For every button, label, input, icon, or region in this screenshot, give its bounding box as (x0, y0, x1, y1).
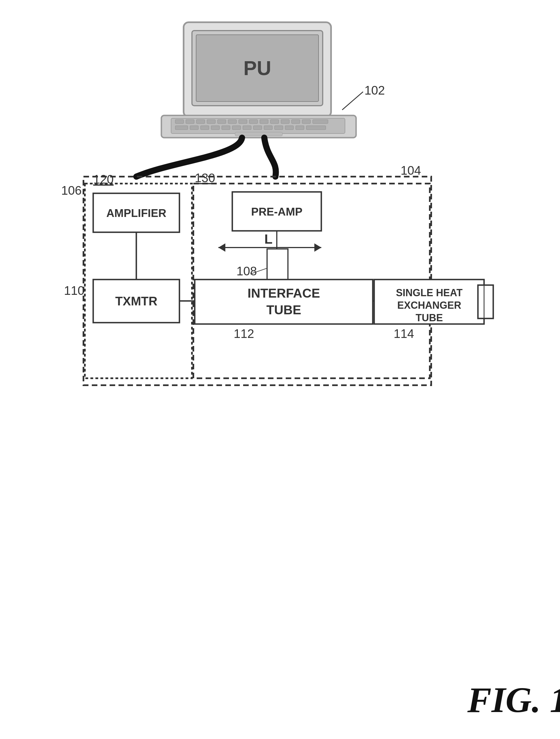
ref-120-label: 120 (93, 172, 114, 186)
svg-rect-30 (296, 126, 304, 130)
svg-rect-21 (200, 126, 209, 130)
ref-112-label: 112 (234, 327, 254, 340)
txmtr-label: TXMTR (115, 294, 157, 308)
svg-rect-29 (285, 126, 293, 130)
svg-rect-7 (196, 120, 205, 124)
fig-label: FIG. 1 (467, 680, 560, 720)
svg-rect-5 (175, 120, 184, 124)
svg-rect-22 (211, 126, 220, 130)
svg-rect-9 (218, 120, 226, 124)
heat-exchanger-label-2: EXCHANGER (397, 300, 461, 311)
svg-rect-20 (190, 126, 198, 130)
ref-106-label: 106 (61, 183, 82, 197)
amplifier-label: AMPLIFIER (106, 207, 166, 219)
l-label: L (264, 232, 272, 247)
svg-rect-8 (207, 120, 215, 124)
svg-rect-25 (243, 126, 251, 130)
svg-rect-27 (264, 126, 272, 130)
diagram-svg: PU 102 104 106 130 AMPLIFIER 120 (0, 0, 560, 739)
svg-rect-12 (249, 120, 258, 124)
heat-exchanger-label-3: TUBE (416, 312, 443, 323)
ref-104-label: 104 (401, 164, 421, 177)
interface-tube-label-2: TUBE (266, 303, 301, 317)
svg-rect-51 (478, 285, 493, 318)
interface-tube-label-1: INTERFACE (248, 286, 320, 300)
svg-rect-6 (186, 120, 194, 124)
pu-label: PU (244, 57, 271, 79)
svg-rect-23 (222, 126, 230, 130)
svg-marker-42 (219, 243, 225, 252)
ref-108-label: 108 (237, 264, 257, 278)
heat-exchanger-label-1: SINGLE HEAT (396, 287, 462, 298)
svg-rect-15 (281, 120, 289, 124)
ref-110-label: 110 (64, 284, 84, 297)
svg-rect-26 (253, 126, 262, 130)
ref-130-label: 130 (195, 171, 215, 185)
svg-rect-24 (232, 126, 241, 130)
svg-rect-18 (313, 120, 328, 124)
svg-rect-13 (260, 120, 268, 124)
svg-marker-43 (314, 243, 321, 252)
svg-line-33 (342, 92, 363, 110)
svg-rect-28 (275, 126, 283, 130)
svg-rect-17 (302, 120, 310, 124)
preamp-label: PRE-AMP (251, 205, 302, 218)
svg-rect-14 (270, 120, 279, 124)
ref-114-label: 114 (394, 327, 414, 340)
svg-rect-10 (228, 120, 237, 124)
svg-rect-11 (239, 120, 247, 124)
svg-rect-19 (175, 126, 188, 130)
svg-rect-31 (306, 126, 326, 130)
diagram-container: PU 102 104 106 130 AMPLIFIER 120 (0, 0, 560, 739)
svg-rect-16 (292, 120, 300, 124)
ref-102-label: 102 (365, 84, 385, 97)
